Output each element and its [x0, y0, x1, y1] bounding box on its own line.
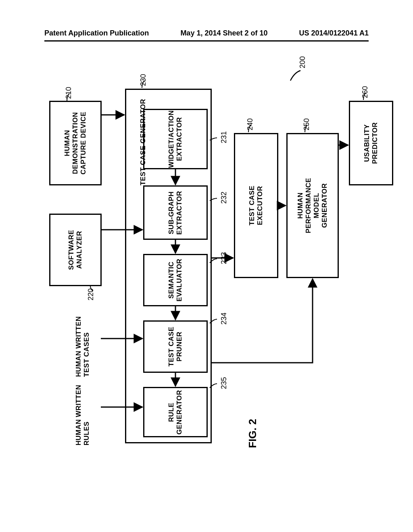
wires [44, 56, 369, 468]
header-right: US 2014/0122041 A1 [299, 29, 369, 37]
header-center: May 1, 2014 Sheet 2 of 10 [180, 29, 267, 37]
header-rule [44, 40, 369, 42]
diagram: 200 HUMAN DEMONSTRATION CAPTURE DEVICE 2… [44, 56, 369, 468]
header-left: Patent Application Publication [44, 29, 149, 37]
page-header: Patent Application Publication May 1, 20… [0, 29, 413, 37]
